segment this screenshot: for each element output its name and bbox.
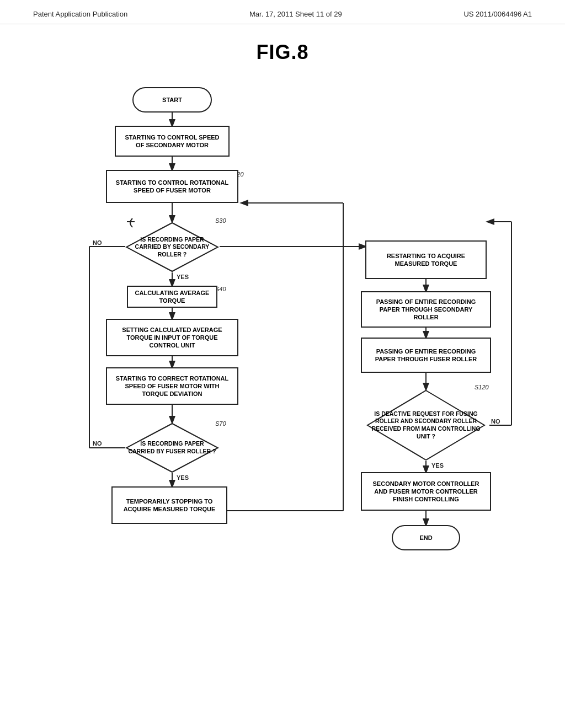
s70-yes-label: YES bbox=[177, 474, 189, 481]
s10-node: STARTING TO CONTROL SPEED OF SECONDARY M… bbox=[115, 126, 230, 157]
s70-diamond: IS RECORDING PAPER CARRIED BY FUSER ROLL… bbox=[125, 422, 219, 473]
s30-no-label: NO bbox=[93, 239, 102, 246]
figure-title: FIG.8 bbox=[0, 41, 565, 64]
s30-yes-label: YES bbox=[177, 274, 189, 280]
s100-node: PASSING OF ENTIRE RECORDING PAPER THROUG… bbox=[361, 291, 491, 328]
flowchart-diagram: START S10 STARTING TO CONTROL SPEED OF S… bbox=[45, 75, 520, 715]
start-node: START bbox=[132, 87, 212, 113]
s30-diamond: IS RECORDING PAPER CARRIED BY SECONDARY … bbox=[125, 222, 219, 272]
s50-node: SETTING CALCULATED AVERAGE TORQUE IN INP… bbox=[106, 319, 238, 356]
header-right: US 2011/0064496 A1 bbox=[463, 10, 532, 18]
page-header: Patent Application Publication Mar. 17, … bbox=[0, 0, 565, 24]
s60-node: STARTING TO CORRECT ROTATIONAL SPEED OF … bbox=[106, 367, 238, 405]
loop-indicator bbox=[127, 217, 138, 228]
s120-no-label: NO bbox=[491, 418, 500, 425]
s70-no-label: NO bbox=[93, 440, 102, 447]
header-center: Mar. 17, 2011 Sheet 11 of 29 bbox=[249, 10, 342, 18]
s90-node: RESTARTING TO ACQUIRE MEASURED TORQUE bbox=[365, 240, 487, 279]
s130-node: SECONDARY MOTOR CONTROLLER AND FUSER MOT… bbox=[361, 472, 491, 511]
header-left: Patent Application Publication bbox=[33, 10, 127, 18]
s120-diamond: IS DEACTIVE REQUEST FOR FUSING ROLLER AN… bbox=[366, 389, 486, 461]
s20-node: STARTING TO CONTROL ROTATIONAL SPEED OF … bbox=[106, 170, 238, 203]
end-node: END bbox=[392, 525, 460, 550]
s110-node: PASSING OF ENTIRE RECORDING PAPER THROUG… bbox=[361, 338, 491, 373]
s120-yes-label: YES bbox=[431, 462, 444, 469]
s80-node: TEMPORARILY STOPPING TO ACQUIRE MEASURED… bbox=[111, 486, 227, 524]
s40-node: CALCULATING AVERAGE TORQUE bbox=[127, 286, 217, 308]
